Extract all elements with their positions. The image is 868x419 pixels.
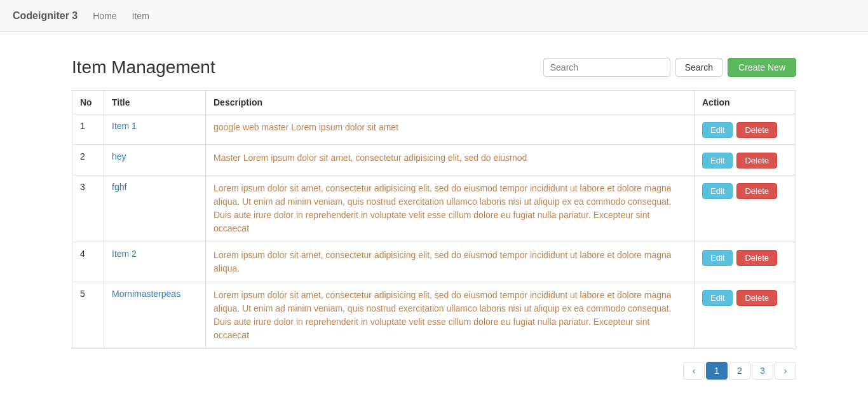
main-content: Item Management Search Create New No Tit… — [59, 32, 809, 392]
table-row: 4 Item 2 Lorem ipsum dolor sit amet, con… — [72, 242, 796, 282]
navbar-link-home[interactable]: Home — [93, 11, 116, 21]
table-body: 1 Item 1 google web master Lorem ipsum d… — [72, 114, 796, 349]
table-header-row: No Title Description Action — [72, 91, 796, 114]
header-actions: Search Create New — [543, 58, 796, 77]
navbar: Codeigniter 3 Home Item — [0, 0, 868, 32]
delete-button[interactable]: Delete — [736, 290, 777, 306]
delete-button[interactable]: Delete — [736, 183, 777, 199]
cell-action: Edit Delete — [695, 282, 796, 349]
cell-description: Master Lorem ipsum dolor sit amet, conse… — [206, 145, 695, 175]
pagination-prev[interactable]: ‹ — [683, 362, 705, 380]
cell-title: Item 1 — [104, 114, 206, 145]
cell-no: 1 — [72, 114, 104, 145]
cell-title: fghf — [104, 175, 206, 242]
edit-button[interactable]: Edit — [702, 250, 733, 266]
table-head: No Title Description Action — [72, 91, 796, 114]
cell-title: Mornimasterpeas — [104, 282, 206, 349]
cell-description: Lorem ipsum dolor sit amet, consectetur … — [206, 175, 695, 242]
navbar-link-item[interactable]: Item — [132, 11, 149, 21]
navbar-brand[interactable]: Codeigniter 3 — [13, 10, 78, 22]
edit-button[interactable]: Edit — [702, 122, 733, 138]
delete-button[interactable]: Delete — [736, 122, 777, 138]
cell-title: hey — [104, 145, 206, 175]
cell-action: Edit Delete — [695, 114, 796, 145]
action-buttons: Edit Delete — [702, 289, 788, 306]
cell-description: google web master Lorem ipsum dolor sit … — [206, 114, 695, 145]
cell-no: 4 — [72, 242, 104, 282]
action-buttons: Edit Delete — [702, 249, 788, 266]
delete-button[interactable]: Delete — [736, 153, 777, 168]
pagination-page-3[interactable]: 3 — [752, 362, 773, 380]
cell-action: Edit Delete — [695, 175, 796, 242]
pagination-page-1[interactable]: 1 — [706, 362, 728, 380]
col-header-description: Description — [206, 91, 695, 114]
col-header-title: Title — [104, 91, 206, 114]
cell-no: 3 — [72, 175, 104, 242]
search-button[interactable]: Search — [675, 58, 722, 77]
col-header-action: Action — [695, 91, 796, 114]
pagination: ‹ 1 2 3 › — [72, 362, 796, 380]
action-buttons: Edit Delete — [702, 151, 788, 168]
action-buttons: Edit Delete — [702, 182, 788, 199]
col-header-no: No — [72, 91, 104, 114]
table-row: 3 fghf Lorem ipsum dolor sit amet, conse… — [72, 175, 796, 242]
cell-action: Edit Delete — [695, 242, 796, 282]
edit-button[interactable]: Edit — [702, 290, 733, 306]
delete-button[interactable]: Delete — [736, 250, 777, 266]
table-row: 5 Mornimasterpeas Lorem ipsum dolor sit … — [72, 282, 796, 349]
create-new-button[interactable]: Create New — [728, 58, 796, 77]
page-title: Item Management — [72, 57, 215, 78]
data-table: No Title Description Action 1 Item 1 goo… — [72, 90, 796, 349]
cell-description: Lorem ipsum dolor sit amet, consectetur … — [206, 242, 695, 282]
pagination-page-2[interactable]: 2 — [729, 362, 750, 380]
header-row: Item Management Search Create New — [72, 57, 796, 78]
cell-no: 5 — [72, 282, 104, 349]
cell-no: 2 — [72, 145, 104, 175]
search-input[interactable] — [543, 58, 670, 77]
cell-title: Item 2 — [104, 242, 206, 282]
edit-button[interactable]: Edit — [702, 183, 733, 199]
pagination-next[interactable]: › — [775, 362, 796, 380]
table-row: 2 hey Master Lorem ipsum dolor sit amet,… — [72, 145, 796, 175]
cell-description: Lorem ipsum dolor sit amet, consectetur … — [206, 282, 695, 349]
edit-button[interactable]: Edit — [702, 153, 733, 168]
cell-action: Edit Delete — [695, 145, 796, 175]
table-row: 1 Item 1 google web master Lorem ipsum d… — [72, 114, 796, 145]
action-buttons: Edit Delete — [702, 121, 788, 138]
